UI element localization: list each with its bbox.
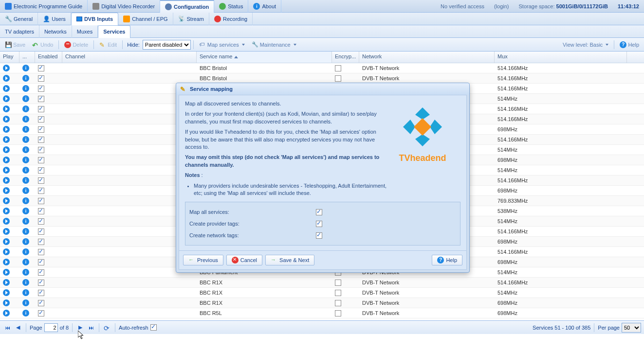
- play-icon[interactable]: [3, 136, 10, 143]
- enabled-checkbox[interactable]: [38, 269, 44, 276]
- tab-status[interactable]: Status: [214, 0, 248, 13]
- play-icon[interactable]: [3, 259, 10, 265]
- map-services-button[interactable]: Map services: [196, 40, 248, 49]
- play-icon[interactable]: [3, 279, 10, 286]
- play-icon[interactable]: [3, 269, 10, 276]
- tab-configuration[interactable]: Configuration: [160, 0, 214, 13]
- login-link[interactable]: (login): [489, 3, 514, 9]
- view-level-button[interactable]: View level: Basic: [560, 41, 611, 49]
- enabled-checkbox[interactable]: [38, 300, 44, 306]
- enabled-checkbox[interactable]: [38, 116, 44, 123]
- encrypted-checkbox[interactable]: [335, 290, 341, 296]
- enabled-checkbox[interactable]: [38, 96, 44, 102]
- dialog-titlebar[interactable]: Service mapping: [176, 83, 469, 95]
- play-icon[interactable]: [3, 177, 10, 184]
- enabled-checkbox[interactable]: [38, 239, 44, 245]
- maintenance-button[interactable]: Maintenance: [249, 40, 299, 49]
- info-icon[interactable]: [22, 218, 29, 225]
- tab-muxes[interactable]: Muxes: [72, 25, 98, 38]
- enabled-checkbox[interactable]: [38, 126, 44, 133]
- encrypted-checkbox[interactable]: [335, 75, 341, 82]
- col-network[interactable]: Network: [359, 52, 495, 63]
- provider-tags-checkbox[interactable]: [316, 221, 322, 227]
- info-icon[interactable]: [22, 289, 29, 296]
- enabled-checkbox[interactable]: [38, 259, 44, 265]
- info-icon[interactable]: [22, 228, 29, 235]
- info-icon[interactable]: [22, 85, 29, 92]
- play-icon[interactable]: [3, 75, 10, 82]
- tab-dvr[interactable]: Digital Video Recorder: [88, 0, 160, 13]
- hide-select[interactable]: Parent disabled: [143, 40, 191, 50]
- edit-button[interactable]: Edit: [96, 40, 120, 49]
- enabled-checkbox[interactable]: [38, 249, 44, 255]
- enabled-checkbox[interactable]: [38, 290, 44, 296]
- col-play[interactable]: Play: [0, 52, 19, 63]
- encrypted-checkbox[interactable]: [335, 65, 341, 71]
- enabled-checkbox[interactable]: [38, 188, 44, 194]
- col-enabled[interactable]: Enabled: [35, 52, 62, 63]
- info-icon[interactable]: [22, 146, 29, 153]
- encrypted-checkbox[interactable]: [335, 280, 341, 286]
- table-row[interactable]: BBC BristolDVB-T Network514.166MHz: [0, 63, 644, 73]
- col-mux[interactable]: Mux: [495, 52, 627, 63]
- info-icon[interactable]: [22, 105, 29, 112]
- info-icon[interactable]: [22, 299, 29, 306]
- table-row[interactable]: BBC R1XDVB-T Network514MHz: [0, 288, 644, 298]
- col-channel[interactable]: Channel: [62, 52, 197, 63]
- play-icon[interactable]: [3, 228, 10, 235]
- previous-button[interactable]: Previous: [183, 255, 223, 265]
- page-input[interactable]: [44, 323, 58, 332]
- table-row[interactable]: BBC BristolDVB-T Network514.166MHz: [0, 73, 644, 84]
- enabled-checkbox[interactable]: [38, 167, 44, 174]
- info-icon[interactable]: [22, 269, 29, 276]
- tab-recording[interactable]: Recording: [209, 13, 253, 25]
- play-icon[interactable]: [3, 197, 10, 204]
- tab-channel-epg[interactable]: Channel / EPG: [118, 13, 173, 25]
- col-encrypted[interactable]: Encryp...: [332, 52, 359, 63]
- play-icon[interactable]: [3, 95, 10, 102]
- delete-button[interactable]: Delete: [61, 40, 91, 49]
- info-icon[interactable]: [22, 75, 29, 82]
- enabled-checkbox[interactable]: [38, 310, 44, 316]
- play-icon[interactable]: [3, 126, 10, 133]
- tab-about[interactable]: iAbout: [248, 0, 281, 13]
- enabled-checkbox[interactable]: [38, 75, 44, 82]
- table-row[interactable]: BBC R5LDVB-T Network698MHz: [0, 308, 644, 318]
- info-icon[interactable]: [22, 126, 29, 133]
- info-icon[interactable]: [22, 197, 29, 204]
- info-icon[interactable]: [22, 259, 29, 265]
- enabled-checkbox[interactable]: [38, 177, 44, 184]
- enabled-checkbox[interactable]: [38, 137, 44, 143]
- tab-services[interactable]: Services: [98, 25, 130, 38]
- play-icon[interactable]: [3, 310, 10, 316]
- enabled-checkbox[interactable]: [38, 208, 44, 214]
- info-icon[interactable]: [22, 95, 29, 102]
- play-icon[interactable]: [3, 116, 10, 123]
- info-icon[interactable]: [22, 238, 29, 245]
- tab-stream[interactable]: Stream: [173, 13, 209, 25]
- enabled-checkbox[interactable]: [38, 218, 44, 225]
- col-service[interactable]: Service name: [197, 52, 332, 63]
- tab-tv-adapters[interactable]: TV adapters: [0, 25, 39, 38]
- info-icon[interactable]: [22, 279, 29, 286]
- table-row[interactable]: BBC R1XDVB-T Network698MHz: [0, 298, 644, 308]
- play-icon[interactable]: [3, 105, 10, 112]
- encrypted-checkbox[interactable]: [335, 300, 341, 306]
- play-icon[interactable]: [3, 85, 10, 92]
- tab-epg[interactable]: Electronic Programme Guide: [0, 0, 88, 13]
- info-icon[interactable]: [22, 177, 29, 184]
- next-page-button[interactable]: ▶: [76, 323, 85, 332]
- play-icon[interactable]: [3, 208, 10, 214]
- info-icon[interactable]: [22, 208, 29, 214]
- enabled-checkbox[interactable]: [38, 280, 44, 286]
- dialog-help-button[interactable]: Help: [432, 255, 462, 265]
- info-icon[interactable]: [22, 116, 29, 123]
- tab-general[interactable]: General: [0, 13, 38, 25]
- table-row[interactable]: BBC R1XDVB-T Network514.166MHz: [0, 278, 644, 288]
- play-icon[interactable]: [3, 167, 10, 174]
- autorefresh-checkbox[interactable]: [150, 324, 157, 331]
- save-button[interactable]: Save: [2, 40, 28, 49]
- encrypted-checkbox[interactable]: [335, 310, 341, 316]
- info-icon[interactable]: [22, 157, 29, 163]
- info-icon[interactable]: [22, 310, 29, 316]
